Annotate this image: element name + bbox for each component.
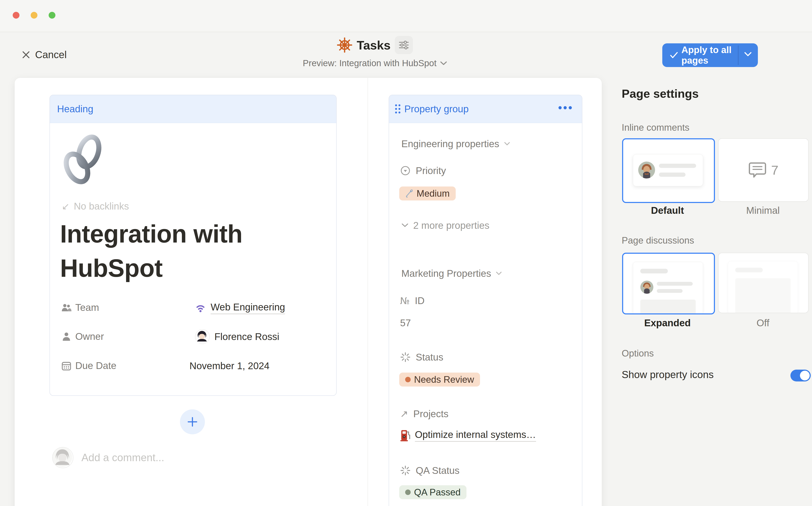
options-label: Options [622,348,654,359]
property-row-due-date: Due Date November 1, 2024 [50,357,336,374]
owner-value-text[interactable]: Florence Rossi [214,331,279,342]
heading-block-header[interactable]: Heading [50,95,336,123]
cancel-label: Cancel [35,49,67,61]
comment-avatar [52,447,73,468]
chevron-down-icon [440,61,447,66]
heading-block-label: Heading [57,103,93,114]
toggle-knob [800,371,810,381]
preview-avatar [638,162,655,178]
team-value[interactable]: Web Engineering [195,299,285,316]
page-title: Tasks [357,38,390,52]
minimal-preview: 7 [719,139,808,201]
property-row-owner: Owner Florence Rossi [50,328,336,345]
option-label-minimal: Minimal [718,205,808,216]
inline-comments-option-default[interactable] [622,138,715,203]
page-discussions-label: Page discussions [622,235,694,246]
id-value[interactable]: 57 [400,317,411,329]
team-icon [61,302,72,313]
qa-status-value-pill[interactable]: QA Passed [399,485,466,499]
status-dot [405,377,411,382]
backlinks-text: No backlinks [74,200,129,212]
drag-handle-icon[interactable] [394,103,401,115]
needle-icon [405,189,413,197]
text-placeholder-bar [657,289,683,293]
apply-button-divider [738,46,738,65]
priority-value-text: Medium [417,188,450,199]
team-value-text[interactable]: Web Engineering [211,301,285,314]
project-link-text: Optimize internal systems… [415,429,536,442]
show-property-icons-toggle[interactable] [791,369,811,382]
priority-value-pill[interactable]: Medium [399,186,456,200]
property-group-header[interactable]: Property group ••• [389,95,582,123]
page-discussions-option-expanded[interactable] [622,253,715,315]
due-date-value-text[interactable]: November 1, 2024 [189,360,269,371]
spinner-icon [400,465,411,476]
plus-icon [186,416,198,428]
view-options-button[interactable] [395,36,413,54]
projects-property[interactable]: ↗ Projects [400,408,449,420]
option-label-expanded: Expanded [622,317,713,329]
inline-comments-label: Inline comments [622,122,689,133]
id-property[interactable]: № ID [400,295,425,307]
option-label-default: Default [622,205,713,216]
owner-value[interactable]: Florence Rossi [195,328,279,345]
priority-label: Priority [416,165,446,176]
comment-preview-card [633,154,703,186]
app-window: Cancel Tasks [0,0,812,506]
property-group-card[interactable]: Property group ••• Engineering propertie… [389,95,582,506]
engineering-header-text: Engineering properties [401,138,499,150]
chevron-down-icon [495,271,502,275]
more-properties-toggle[interactable]: 2 more properties [400,220,491,231]
window-minimize-button[interactable] [31,12,37,19]
property-row-team: Team Web Engineering [50,299,336,316]
heading-block-card[interactable]: Heading ↙ No backlinks Integration with … [50,95,337,396]
section-marketing-properties[interactable]: Marketing Properties [400,267,503,279]
status-value-pill[interactable]: Needs Review [399,372,480,387]
person-icon [61,331,72,342]
content-placeholder-block [640,300,696,315]
window-close-button[interactable] [13,12,19,19]
project-link[interactable]: Optimize internal systems… [400,429,536,442]
projects-label: Projects [414,408,449,420]
comment-count-badge: 7 [771,163,779,178]
preview-avatar [640,280,653,294]
add-comment-input[interactable]: Add a comment... [52,447,164,468]
qa-status-value-text: QA Passed [414,487,461,498]
window-zoom-button[interactable] [49,12,56,19]
due-date-value[interactable]: November 1, 2024 [189,357,269,374]
owner-label: Owner [75,331,104,342]
qa-status-dot [405,490,411,495]
id-label: ID [415,295,425,307]
text-placeholder-bar [657,282,693,286]
page-settings-title: Page settings [622,87,699,100]
preview-selector[interactable]: Preview: Integration with HubSpot [301,58,449,69]
apply-dropdown-chevron[interactable] [744,52,752,57]
helm-icon [337,37,353,53]
inline-comments-option-minimal[interactable]: 7 [718,138,809,202]
column-divider [367,78,368,506]
chevron-down-icon [401,223,409,228]
more-options-button[interactable]: ••• [557,101,575,114]
document-header: Tasks Preview: Integration with HubSpot [301,36,449,69]
page-discussions-option-off[interactable] [718,253,809,313]
priority-property[interactable]: Priority [400,165,446,176]
backlinks-indicator[interactable]: ↙ No backlinks [62,200,129,212]
close-icon [21,50,30,59]
document-title-text[interactable]: Integration with HubSpot [60,217,322,285]
wifi-icon [195,302,206,313]
status-label: Status [416,351,443,363]
team-label: Team [75,302,99,313]
select-icon [400,165,411,176]
qa-status-label: QA Status [416,465,459,476]
add-block-button[interactable] [180,409,205,434]
qa-status-property[interactable]: QA Status [400,465,459,476]
preview-label: Preview: Integration with HubSpot [303,58,437,68]
marketing-header-text: Marketing Properties [401,268,491,279]
sliders-icon [398,39,410,51]
cancel-button[interactable]: Cancel [20,49,68,61]
text-placeholder-bar [640,269,668,273]
apply-split-button[interactable]: Apply to all pages [662,44,758,67]
status-property[interactable]: Status [400,351,443,363]
backlink-arrow-icon: ↙ [62,201,70,212]
section-engineering-properties[interactable]: Engineering properties [400,138,512,150]
